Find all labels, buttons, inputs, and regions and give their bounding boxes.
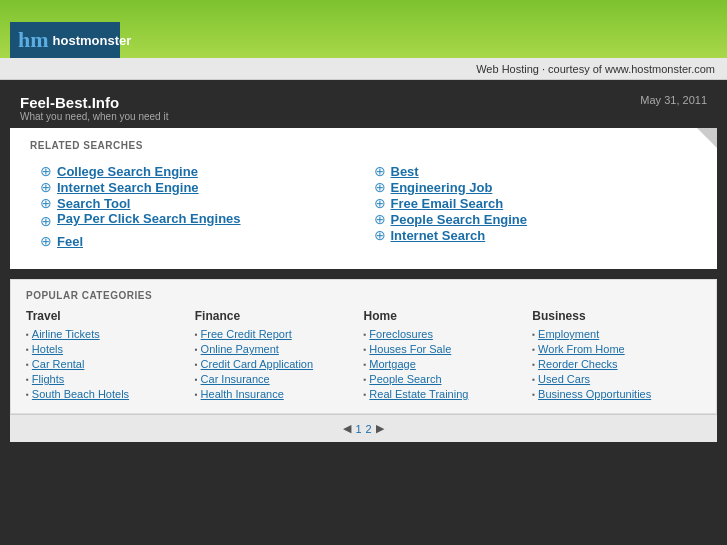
header: hm hostmonster [0, 0, 727, 58]
search-link[interactable]: People Search Engine [391, 212, 528, 227]
list-item: ⊕ Internet Search [374, 227, 688, 243]
list-item: Foreclosures [364, 328, 533, 340]
bullet-icon: ⊕ [374, 195, 386, 211]
list-item: Credit Card Application [195, 358, 364, 370]
footer-nav[interactable]: 1 [355, 423, 361, 435]
search-links-grid: ⊕ College Search Engine ⊕ Internet Searc… [30, 163, 697, 249]
list-item: ⊕ Engineering Job [374, 179, 688, 195]
list-item: People Search [364, 373, 533, 385]
list-item: ⊕ Pay Per Click Search Engines [40, 211, 354, 229]
logo-text: hostmonster [53, 33, 132, 48]
popular-categories-section: POPULAR CATEGORIES TravelAirline Tickets… [10, 279, 717, 414]
bullet-icon: ⊕ [374, 227, 386, 243]
list-item: ⊕ Feel [40, 233, 354, 249]
related-searches-label: RELATED SEARCHES [30, 140, 697, 151]
search-link[interactable]: College Search Engine [57, 164, 198, 179]
category-title-3: Business [532, 309, 701, 323]
bullet-icon: ⊕ [374, 163, 386, 179]
category-column-travel: TravelAirline TicketsHotelsCar RentalFli… [26, 309, 195, 403]
search-links-left: ⊕ College Search Engine ⊕ Internet Searc… [40, 163, 354, 249]
list-item: Airline Tickets [26, 328, 195, 340]
category-link[interactable]: Online Payment [201, 343, 279, 355]
logo-icon: hm [18, 29, 49, 51]
category-link[interactable]: Mortgage [369, 358, 415, 370]
footer-text: ◀ [343, 422, 351, 435]
list-item: Reorder Checks [532, 358, 701, 370]
category-link[interactable]: South Beach Hotels [32, 388, 129, 400]
list-item: ⊕ People Search Engine [374, 211, 688, 227]
category-link[interactable]: Credit Card Application [201, 358, 314, 370]
list-item: Real Estate Training [364, 388, 533, 400]
category-title-1: Finance [195, 309, 364, 323]
search-card: RELATED SEARCHES ⊕ College Search Engine… [10, 128, 717, 269]
category-column-home: HomeForeclosuresHouses For SaleMortgageP… [364, 309, 533, 403]
category-title-2: Home [364, 309, 533, 323]
footer-text-2: ▶ [376, 422, 384, 435]
category-link[interactable]: Foreclosures [369, 328, 433, 340]
search-links-right: ⊕ Best ⊕ Engineering Job ⊕ Free Email Se… [374, 163, 688, 249]
list-item: ⊕ Best [374, 163, 688, 179]
search-link[interactable]: Internet Search Engine [57, 180, 199, 195]
category-link[interactable]: Free Credit Report [201, 328, 292, 340]
list-item: Health Insurance [195, 388, 364, 400]
list-item: Used Cars [532, 373, 701, 385]
category-link[interactable]: Employment [538, 328, 599, 340]
list-item: Houses For Sale [364, 343, 533, 355]
category-link[interactable]: Hotels [32, 343, 63, 355]
search-link[interactable]: Internet Search [391, 228, 486, 243]
list-item: Online Payment [195, 343, 364, 355]
category-link[interactable]: Reorder Checks [538, 358, 617, 370]
hosting-bar: Web Hosting · courtesy of www.hostmonste… [0, 58, 727, 80]
footer-bar: ◀ 1 2 ▶ [10, 414, 717, 442]
list-item: Employment [532, 328, 701, 340]
category-link[interactable]: Work From Home [538, 343, 625, 355]
search-link[interactable]: Engineering Job [391, 180, 493, 195]
bullet-icon: ⊕ [40, 179, 52, 195]
category-title-0: Travel [26, 309, 195, 323]
list-item: Car Rental [26, 358, 195, 370]
hosting-text: Web Hosting · courtesy of www.hostmonste… [476, 63, 715, 75]
list-item: Flights [26, 373, 195, 385]
bullet-icon: ⊕ [40, 195, 52, 211]
list-item: Free Credit Report [195, 328, 364, 340]
categories-grid: TravelAirline TicketsHotelsCar RentalFli… [26, 309, 701, 403]
category-link[interactable]: Health Insurance [201, 388, 284, 400]
list-item: Business Opportunities [532, 388, 701, 400]
category-link[interactable]: Real Estate Training [369, 388, 468, 400]
category-link[interactable]: Car Insurance [201, 373, 270, 385]
list-item: Work From Home [532, 343, 701, 355]
list-item: ⊕ College Search Engine [40, 163, 354, 179]
category-link[interactable]: Flights [32, 373, 64, 385]
search-link[interactable]: Free Email Search [391, 196, 504, 211]
list-item: Mortgage [364, 358, 533, 370]
category-link[interactable]: Used Cars [538, 373, 590, 385]
site-date: May 31, 2011 [640, 94, 707, 106]
list-item: Car Insurance [195, 373, 364, 385]
list-item: ⊕ Search Tool [40, 195, 354, 211]
search-link[interactable]: Feel [57, 234, 83, 249]
bullet-icon: ⊕ [374, 179, 386, 195]
category-link[interactable]: Houses For Sale [369, 343, 451, 355]
bullet-icon: ⊕ [40, 163, 52, 179]
bullet-icon: ⊕ [40, 233, 52, 249]
search-link[interactable]: Pay Per Click Search Engines [57, 211, 241, 226]
main-content: Feel-Best.Info What you need, when you n… [0, 80, 727, 545]
category-column-business: BusinessEmploymentWork From HomeReorder … [532, 309, 701, 403]
category-link[interactable]: People Search [369, 373, 441, 385]
logo-area: hm hostmonster [10, 22, 120, 58]
site-header: Feel-Best.Info What you need, when you n… [10, 88, 717, 128]
popular-categories-label: POPULAR CATEGORIES [26, 290, 701, 301]
search-link[interactable]: Best [391, 164, 419, 179]
list-item: ⊕ Free Email Search [374, 195, 688, 211]
list-item: South Beach Hotels [26, 388, 195, 400]
list-item: Hotels [26, 343, 195, 355]
site-tagline: What you need, when you need it [20, 111, 168, 122]
bullet-icon: ⊕ [374, 211, 386, 227]
category-link[interactable]: Business Opportunities [538, 388, 651, 400]
category-link[interactable]: Car Rental [32, 358, 85, 370]
footer-nav-2[interactable]: 2 [366, 423, 372, 435]
search-link[interactable]: Search Tool [57, 196, 130, 211]
list-item: ⊕ Internet Search Engine [40, 179, 354, 195]
bullet-icon: ⊕ [40, 213, 52, 229]
category-link[interactable]: Airline Tickets [32, 328, 100, 340]
